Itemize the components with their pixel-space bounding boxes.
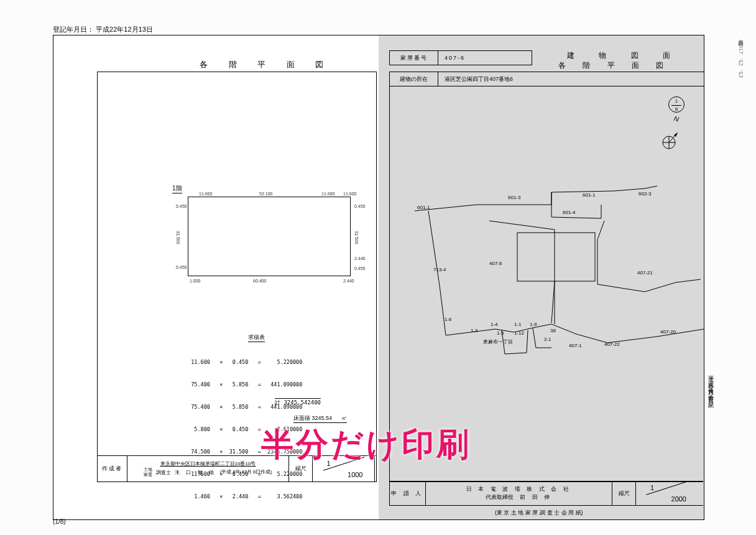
page-circle-den: 8: [669, 106, 684, 113]
scale-label-left: 縮尺: [289, 456, 313, 482]
location-label: 建物の所在: [390, 72, 438, 86]
dim-top-right: 52.100: [259, 192, 272, 196]
scale-num: 1: [327, 460, 331, 467]
lot-label: 1-3: [471, 328, 478, 333]
author-address: 東京都中央区日本橋茅場町二丁目10番10号: [160, 460, 256, 467]
scale-value-right: 1 2000: [636, 482, 698, 505]
applicant-label: 申 請 人: [390, 482, 426, 505]
location-box: 建物の所在 港区芝公園四丁目407番地6: [389, 72, 704, 86]
lot-label: 601-4: [563, 210, 575, 215]
right-title-1: 建 物 図 面: [567, 50, 681, 61]
right-title-2: 各 階 平 面 図: [558, 60, 671, 71]
right-column: 建 物 図 面 各 階 平 面 図 家屋番号 407-6 建物の所在 港区芝公園…: [389, 35, 704, 519]
author-label: 作成者: [98, 456, 127, 482]
calc-table-title: 求積表: [248, 333, 265, 342]
dim-bot-left: 1.000: [190, 279, 201, 283]
left-drawing-area: 1階 11.600 52.100 11.600 11.600 0.450 0.4…: [97, 72, 377, 482]
dim-bot-right: 2.440: [343, 279, 354, 283]
lot-label: 407-1: [569, 343, 581, 348]
lot-label: 601-1: [417, 205, 430, 210]
rep-name: 前 田 伸: [520, 494, 552, 500]
page-number: (1/8): [53, 518, 66, 525]
scale-label-right: 縮尺: [612, 482, 636, 505]
dim-right-mid: 31.500: [354, 231, 359, 244]
created-date: (平成 2年 12月 8日作成): [220, 469, 272, 475]
left-footer: 作成者 東京都中央区日本橋茅場町二丁目10番10号 土地 家屋 調査士 滝 口 …: [98, 455, 376, 482]
calc-row: 74.500 × 31.500 = 2346.750000: [185, 448, 302, 455]
right-footer: 申 請 人 日 本 電 波 塔 株 式 会 社 代表取締役 前 田 伸 縮尺 1…: [389, 481, 703, 506]
scale-den: 1000: [348, 471, 362, 478]
floor-area-label: 床面積: [293, 415, 310, 421]
surveyor-name: 滝 口 敏 雄: [175, 469, 216, 476]
lot-label: 38: [550, 328, 556, 333]
applicant-company: 日 本 電 波 塔 株 式 会 社: [466, 485, 571, 493]
rep-title: 代表取締役: [486, 494, 514, 500]
document-frame: 各 階 平 面 図 1階 11.600 52.100 11.600 11.600…: [53, 35, 704, 520]
lot-label: 2-1: [544, 337, 551, 342]
dim-left-mid: 31.500: [176, 231, 180, 244]
reg-date-value: 平成22年12月13日: [96, 26, 153, 33]
registration-date: 登記年月日： 平成22年12月13日: [53, 25, 153, 35]
lot-label: 407-20: [660, 329, 676, 335]
calc-row: 5.800 × 0.450 = 2.610000: [185, 426, 302, 433]
svg-rect-5: [517, 233, 595, 281]
lot-label: 713-4: [433, 267, 446, 272]
house-number-label: 家屋番号: [390, 51, 438, 65]
lot-label: 407-6: [489, 261, 502, 266]
north-label: N: [673, 114, 680, 123]
dim-right-top: 0.450: [354, 204, 366, 208]
lot-label: 601-1: [583, 192, 595, 198]
dim-tr1: 11.600: [321, 192, 334, 196]
scale-num: 1: [650, 484, 654, 491]
dim-left-top: 0.450: [176, 204, 187, 208]
calc-row: 11.600 × 0.450 = 5.220000: [185, 358, 302, 366]
floor-label: 1階: [172, 184, 182, 193]
surveyor-prefix: 土地 家屋: [144, 467, 152, 477]
lot-label: 602-3: [638, 191, 651, 197]
lot-label: 1-12: [514, 330, 524, 336]
compass-icon: N: [657, 130, 681, 156]
lot-label: 1-1: [514, 322, 522, 327]
lot-label: 407-22: [604, 342, 620, 347]
scale-den: 2000: [671, 495, 686, 503]
side-registration-text: 平成 弐弐年 拾弐月 壱参日 登記: [707, 371, 715, 399]
calc-table: 11.600 × 0.450 = 5.220000 75.400 × 5.850…: [185, 343, 302, 515]
reg-date-label: 登記年月日：: [53, 26, 94, 33]
house-number-value: 407-6: [438, 51, 532, 65]
author-info: 東京都中央区日本橋茅場町二丁目10番10号 土地 家屋 調査士 滝 口 敏 雄 …: [127, 456, 289, 482]
floor-area-value: 3245.54: [312, 415, 333, 421]
scale-value-left: 1 1000: [313, 456, 375, 482]
lot-label: 1-4: [491, 322, 498, 327]
calc-row: 1.460 × 2.440 = 3.562400: [185, 493, 302, 500]
right-drawing-area: 1 8 N: [389, 86, 703, 482]
dim-bot-main: 60.400: [253, 279, 266, 283]
side-print-date: 表示年月日：2017／12／13: [737, 36, 745, 78]
area-label: 東麻布一丁目: [483, 339, 513, 345]
lot-map: [390, 161, 704, 472]
applicant-info: 日 本 電 波 塔 株 式 会 社 代表取締役 前 田 伸: [426, 482, 612, 505]
dim-left-bot: 0.450: [176, 265, 187, 269]
lot-label: 1-6: [445, 317, 452, 322]
surveyor-label: 調査士: [156, 469, 171, 476]
dim-top-left: 11.600: [199, 192, 212, 196]
left-title: 各 階 平 面 図: [200, 59, 333, 70]
page-circle: 1 8: [668, 96, 685, 113]
house-number-box: 家屋番号 407-6: [389, 50, 532, 65]
dim-tr2: 11.600: [343, 192, 356, 196]
calc-total-value: 3245.542400: [284, 399, 321, 406]
floor-plan-rect: [188, 197, 351, 276]
calc-total-label: 計: [275, 399, 280, 406]
floor-area: 床面積 3245.54 ㎡: [293, 414, 347, 423]
location-value: 港区芝公園四丁目407番地6: [438, 72, 704, 86]
lot-label: 601-3: [508, 195, 520, 200]
page-circle-num: 1: [669, 98, 684, 105]
lot-label: 1-9: [530, 322, 537, 327]
lot-label: 407-21: [637, 270, 653, 276]
dim-right-bot2: 0.450: [354, 266, 366, 271]
calc-row: 75.400 × 5.850 = 441.090000: [185, 381, 302, 388]
lot-label: 1-5: [497, 330, 504, 336]
floor-area-unit: ㎡: [341, 415, 347, 421]
calc-total: 計 3245.542400: [275, 398, 321, 407]
dim-right-bot1: 2.440: [354, 256, 366, 261]
form-note: (東 京 土 地 家 屋 調 査 士 会 用 紙): [495, 509, 583, 517]
